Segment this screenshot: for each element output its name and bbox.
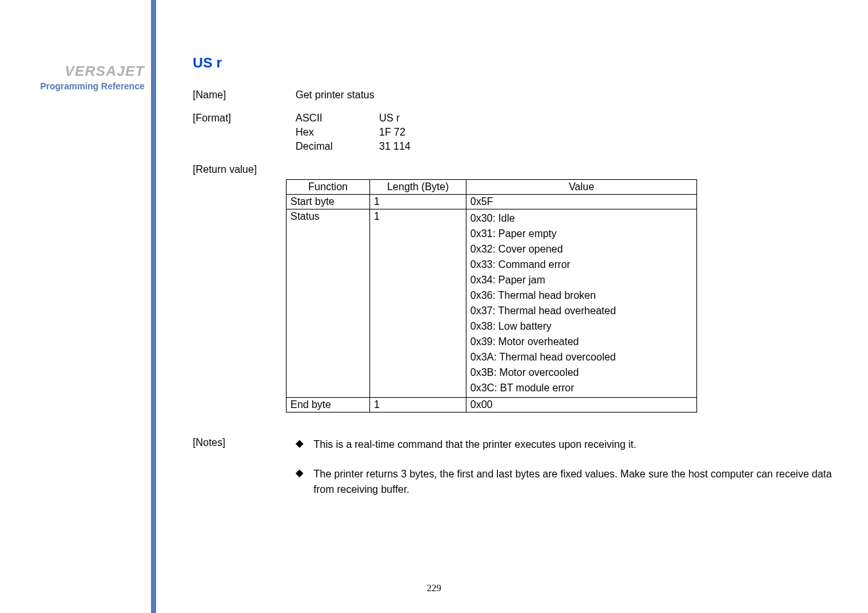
status-value-line: 0x32: Cover opened <box>470 242 693 257</box>
col-length: Length (Byte) <box>370 180 466 195</box>
status-value-line: 0x3B: Motor overcooled <box>470 365 693 380</box>
table-row: Start byte 1 0x5F <box>287 195 697 209</box>
status-value-line: 0x37: Thermal head overheated <box>470 303 693 319</box>
cell-function: Status <box>287 209 370 398</box>
status-value-line: 0x30: Idle <box>470 211 693 226</box>
status-value-line: 0x31: Paper empty <box>470 226 693 242</box>
table-header-row: Function Length (Byte) Value <box>287 180 697 195</box>
format-row: [Format] ASCII US r Hex 1F 72 Decimal 31… <box>193 112 848 152</box>
return-value-table: Function Length (Byte) Value Start byte … <box>286 179 697 413</box>
status-value-line: 0x3A: Thermal head overcooled <box>470 350 693 365</box>
note-text: The printer returns 3 bytes, the first a… <box>314 466 848 497</box>
sidebar: VERSAJET Programming Reference <box>0 0 151 613</box>
cell-value: 0x00 <box>466 398 697 413</box>
name-row: [Name] Get printer status <box>193 89 848 101</box>
cell-value: 0x5F <box>466 195 697 209</box>
command-title: US r <box>193 55 848 71</box>
col-value: Value <box>466 180 697 195</box>
cell-length: 1 <box>370 195 466 209</box>
cell-value: 0x30: Idle0x31: Paper empty0x32: Cover o… <box>466 209 697 398</box>
note-text: This is a real-time command that the pri… <box>314 437 848 452</box>
vertical-divider <box>151 0 156 613</box>
format-encoding: Decimal <box>296 141 379 152</box>
status-value-line: 0x38: Low battery <box>470 319 693 334</box>
format-encoding: ASCII <box>296 112 379 124</box>
return-value-row: [Return value] <box>193 164 848 175</box>
format-encoding: Hex <box>296 127 379 138</box>
cell-function: End byte <box>287 398 370 413</box>
status-value-line: 0x33: Command error <box>470 257 693 272</box>
status-value-line: 0x3C: BT module error <box>470 380 693 396</box>
format-value: US r <box>379 112 456 124</box>
page-content: US r [Name] Get printer status [Format] … <box>193 55 848 511</box>
status-values-list: 0x30: Idle0x31: Paper empty0x32: Cover o… <box>470 211 693 396</box>
page-number: 229 <box>427 583 441 594</box>
notes-label: [Notes] <box>193 437 296 511</box>
status-value-line: 0x34: Paper jam <box>470 272 693 288</box>
table-row: End byte 1 0x00 <box>287 398 697 413</box>
table-row: Status 1 0x30: Idle0x31: Paper empty0x32… <box>287 209 697 398</box>
format-grid: ASCII US r Hex 1F 72 Decimal 31 114 <box>296 112 848 152</box>
name-label: [Name] <box>193 89 296 101</box>
note-item: ◆The printer returns 3 bytes, the first … <box>296 466 848 497</box>
format-value: 31 114 <box>379 141 456 152</box>
cell-function: Start byte <box>287 195 370 209</box>
name-value: Get printer status <box>296 89 848 101</box>
diamond-bullet-icon: ◆ <box>296 466 314 497</box>
format-label: [Format] <box>193 112 296 152</box>
notes-block: [Notes] ◆This is a real-time command tha… <box>193 437 848 511</box>
format-value: 1F 72 <box>379 127 456 138</box>
cell-length: 1 <box>370 209 466 398</box>
doc-subtitle: Programming Reference <box>40 81 145 91</box>
note-item: ◆This is a real-time command that the pr… <box>296 437 848 452</box>
status-value-line: 0x39: Motor overheated <box>470 334 693 350</box>
brand-label: VERSAJET <box>65 63 145 80</box>
status-value-line: 0x36: Thermal head broken <box>470 288 693 303</box>
col-function: Function <box>287 180 370 195</box>
diamond-bullet-icon: ◆ <box>296 437 314 452</box>
return-value-label: [Return value] <box>193 164 296 175</box>
notes-body: ◆This is a real-time command that the pr… <box>296 437 848 511</box>
cell-length: 1 <box>370 398 466 413</box>
